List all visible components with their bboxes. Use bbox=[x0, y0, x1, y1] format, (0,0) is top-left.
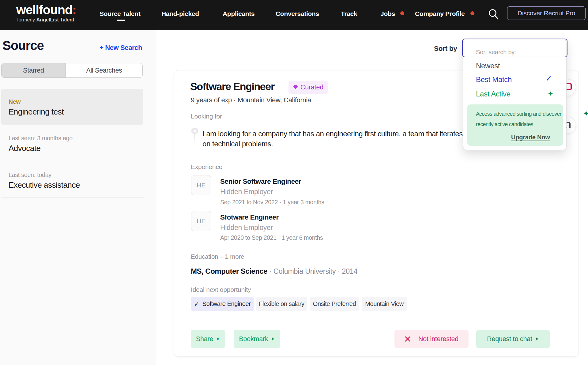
pill-label: Onsite Preferred bbox=[313, 300, 356, 307]
logo-text: wellfound bbox=[16, 3, 72, 17]
nav-item-company-profile[interactable]: Company Profile bbox=[415, 10, 465, 17]
promo-line-1: Access advanced sorting and discover bbox=[476, 111, 561, 117]
quote-line-1: I am looking for a company that has an e… bbox=[202, 130, 463, 138]
sort-menu: Sort search by: Newest Best Match ✓ Last… bbox=[463, 39, 567, 150]
looking-for-label: Looking for bbox=[191, 113, 222, 120]
request-to-chat-label: Request to chat bbox=[487, 335, 532, 343]
saved-search-title: Engineering test bbox=[9, 107, 64, 117]
share-button[interactable]: Share ✦ bbox=[191, 330, 225, 348]
sort-menu-header: Sort search by: bbox=[476, 49, 516, 56]
nav-item-jobs[interactable]: Jobs bbox=[380, 10, 395, 17]
request-to-chat-button[interactable]: Request to chat ✦ bbox=[476, 330, 550, 348]
candidate-meta: 9 years of exp · Mountain View, Californ… bbox=[191, 96, 311, 104]
tab-starred[interactable]: Starred bbox=[2, 63, 66, 77]
tagline-brand: AngelList Talent bbox=[36, 17, 74, 22]
new-search-button[interactable]: + New Search bbox=[100, 44, 142, 52]
pill-mountain-view: Mountain View bbox=[362, 297, 407, 311]
candidate-name: Software Engineer bbox=[190, 81, 274, 92]
card-divider bbox=[191, 320, 551, 320]
search-icon[interactable] bbox=[488, 8, 499, 20]
gem-icon bbox=[293, 85, 298, 90]
quote-line-2: on technical problems. bbox=[202, 140, 273, 148]
share-label: Share bbox=[196, 335, 213, 343]
sidebar-divider bbox=[2, 161, 144, 161]
sidebar-item-executive-assistance[interactable]: Last seen: today Executive assistance bbox=[9, 171, 143, 190]
nav-item-source-talent[interactable]: Source Talent bbox=[100, 10, 140, 17]
not-interested-button[interactable]: Not interested bbox=[394, 330, 469, 348]
pill-software-engineer: ✓ Software Engineer bbox=[191, 297, 254, 311]
employer-avatar: HE bbox=[191, 211, 211, 231]
top-navbar: wellfound: formerly AngelList Talent Sou… bbox=[0, 0, 588, 30]
education-label: Education – 1 more bbox=[191, 253, 244, 260]
experience-company: Hidden Employer bbox=[220, 224, 273, 232]
experience-label: Experience bbox=[191, 163, 222, 171]
experience-company: Hidden Employer bbox=[220, 188, 273, 196]
experience-dates: Sep 2021 to Nov 2022 · 1 year 3 months bbox=[220, 199, 324, 206]
wellfound-logo[interactable]: wellfound: bbox=[16, 3, 76, 17]
pill-onsite-preferred: Onsite Preferred bbox=[310, 297, 359, 311]
curated-badge: Curated bbox=[288, 81, 328, 94]
company-profile-notification-dot bbox=[470, 11, 474, 15]
sidebar-divider bbox=[2, 197, 144, 198]
x-icon bbox=[405, 336, 411, 342]
nav-item-hand-picked[interactable]: Hand-picked bbox=[161, 10, 199, 17]
bookmark-button[interactable]: Bookmark ✦ bbox=[234, 330, 280, 348]
nav-active-underline bbox=[117, 20, 125, 21]
tagline-prefix: formerly bbox=[17, 17, 36, 22]
experience-title: Senior Software Engineer bbox=[220, 178, 301, 186]
last-seen-label: Last seen: 3 months ago bbox=[9, 135, 143, 142]
check-icon: ✓ bbox=[194, 300, 199, 308]
pill-flexible-on-salary: Flexible on salary bbox=[256, 297, 307, 311]
sparkle-icon: ✦ bbox=[271, 336, 275, 342]
nav-item-track[interactable]: Track bbox=[341, 10, 357, 17]
pill-label: Mountain View bbox=[365, 300, 404, 307]
sort-option-best-match[interactable]: Best Match bbox=[476, 75, 512, 84]
sidebar-tabs: Starred All Searches bbox=[1, 63, 143, 78]
sparkle-icon: ✦ bbox=[216, 336, 220, 342]
sidebar-item-advocate[interactable]: Last seen: 3 months ago Advocate bbox=[9, 135, 143, 153]
logo-tagline: formerly AngelList Talent bbox=[17, 17, 74, 23]
sort-option-last-active[interactable]: Last Active bbox=[476, 90, 511, 98]
experience-title: Sfotware Engineer bbox=[220, 213, 279, 221]
upgrade-now-link[interactable]: Upgrade Now bbox=[511, 134, 550, 141]
tab-all-searches[interactable]: All Searches bbox=[66, 63, 142, 77]
sidebar-item-engineering-test[interactable]: New Engineering test bbox=[1, 89, 143, 125]
pill-label: Software Engineer bbox=[202, 300, 251, 307]
pill-label: Flexible on salary bbox=[259, 300, 304, 307]
saved-search-title: Advocate bbox=[9, 144, 143, 153]
saved-search-title: Executive assistance bbox=[9, 180, 143, 190]
sort-by-label: Sort by bbox=[434, 45, 457, 53]
nav-item-applicants[interactable]: Applicants bbox=[223, 10, 254, 17]
ideal-next-opportunity-label: Ideal next opportunity bbox=[191, 286, 251, 293]
education-degree: MS, Computer Science bbox=[191, 267, 267, 275]
bookmark-label: Bookmark bbox=[239, 335, 268, 343]
check-icon: ✓ bbox=[545, 74, 552, 83]
jobs-notification-dot bbox=[400, 11, 404, 15]
not-interested-label: Not interested bbox=[418, 335, 458, 343]
employer-avatar: HE bbox=[191, 175, 211, 195]
sparkle-icon: ✦ bbox=[535, 336, 539, 342]
sidebar-source: Source + New Search Starred All Searches… bbox=[0, 30, 156, 365]
last-seen-label: Last seen: today bbox=[9, 171, 143, 179]
upgrade-promo-box: Access advanced sorting and discover rec… bbox=[467, 104, 563, 146]
sparkle-icon: ✦ bbox=[548, 90, 553, 98]
sort-option-newest[interactable]: Newest bbox=[476, 62, 500, 70]
logo-colon: : bbox=[72, 3, 76, 17]
education-line: MS, Computer Science · Columbia Universi… bbox=[191, 267, 357, 276]
curated-badge-label: Curated bbox=[300, 84, 323, 91]
status-badge-new: New bbox=[9, 98, 21, 105]
sparkle-icon: ✦ bbox=[583, 109, 588, 118]
nav-item-conversations[interactable]: Conversations bbox=[276, 10, 319, 17]
experience-dates: Apr 2020 to Sep 2021 · 1 year 6 months bbox=[220, 234, 323, 241]
sidebar-title: Source bbox=[2, 38, 44, 53]
discover-recruit-pro-button[interactable]: Discover Recruit Pro bbox=[507, 6, 586, 20]
education-school-year: · Columbia University · 2014 bbox=[267, 267, 357, 275]
promo-line-2: recently active candidates bbox=[476, 121, 533, 128]
quote-pin-icon bbox=[191, 127, 199, 145]
